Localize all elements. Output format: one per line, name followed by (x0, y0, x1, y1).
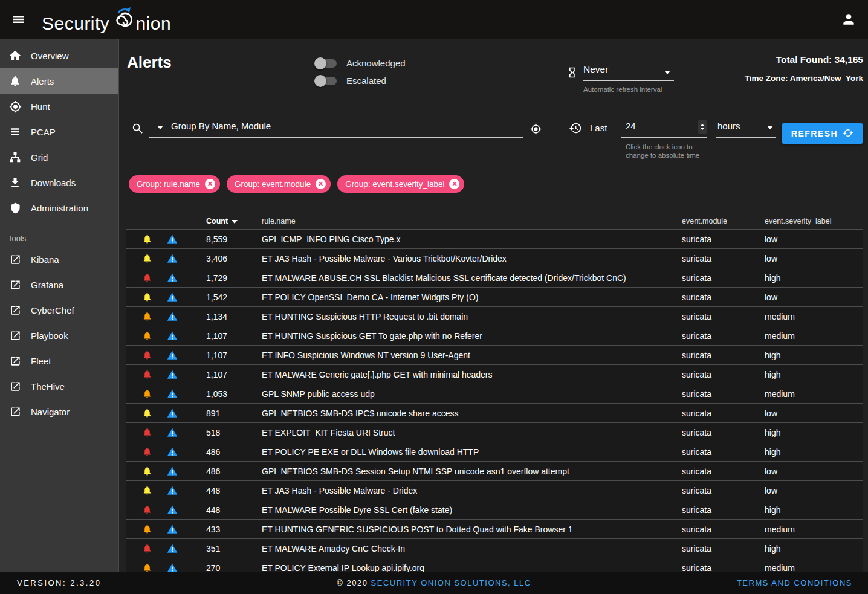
alert-row[interactable]: 3,406 ET JA3 Hash - Possible Malware - V… (126, 249, 863, 268)
refresh-interval-select[interactable]: Never (583, 64, 674, 81)
warning-triangle-icon[interactable] (167, 447, 178, 457)
number-stepper-icon[interactable] (698, 120, 707, 134)
alert-row[interactable]: 486 GPL NETBIOS SMB-DS Session Setup NTM… (126, 462, 863, 481)
group-chip[interactable]: Group: event.module ✕ (227, 175, 331, 193)
remove-chip-icon[interactable]: ✕ (205, 179, 215, 189)
group-chip[interactable]: Group: event.severity_label ✕ (337, 175, 464, 193)
severity-bell-icon[interactable] (141, 273, 152, 283)
time-range-amount-input[interactable]: 24 (621, 118, 707, 138)
alert-row[interactable]: 1,053 GPL SNMP public access udp suricat… (126, 384, 863, 404)
sidebar-item-grid[interactable]: Grid (0, 144, 118, 170)
warning-triangle-icon[interactable] (167, 350, 178, 361)
sidebar-item-label: Alerts (31, 76, 54, 86)
severity-bell-icon[interactable] (141, 524, 152, 535)
severity-bell-icon[interactable] (141, 369, 152, 380)
alert-row[interactable]: 351 ET MALWARE Amadey CnC Check-In suric… (126, 539, 863, 558)
warning-triangle-icon[interactable] (167, 253, 178, 264)
remove-chip-icon[interactable]: ✕ (316, 179, 326, 189)
warning-triangle-icon[interactable] (167, 369, 178, 380)
alert-row[interactable]: 1,107 ET INFO Suspicious Windows NT vers… (126, 346, 863, 365)
group-chip[interactable]: Group: rule.name ✕ (129, 175, 220, 193)
alert-event-module: suricata (677, 234, 760, 244)
sidebar-item-administration[interactable]: Administration (0, 195, 118, 221)
sidebar-tool-item[interactable]: TheHive (0, 373, 118, 399)
alert-row[interactable]: 518 ET EXPLOIT_KIT Fiesta URI Struct sur… (126, 423, 863, 442)
alert-row[interactable]: 8,559 GPL ICMP_INFO PING Cisco Type.x su… (126, 230, 863, 249)
severity-bell-icon[interactable] (141, 563, 152, 572)
alert-row[interactable]: 486 ET POLICY PE EXE or DLL Windows file… (126, 442, 863, 462)
menu-icon[interactable] (8, 8, 30, 30)
warning-triangle-icon[interactable] (167, 427, 178, 438)
sidebar-item-overview[interactable]: Overview (0, 43, 118, 68)
warning-triangle-icon[interactable] (167, 292, 178, 303)
sidebar-tool-item[interactable]: Grafana (0, 272, 118, 297)
column-header-event-module[interactable]: event.module (677, 217, 760, 225)
severity-bell-icon[interactable] (141, 253, 152, 264)
alert-row[interactable]: 1,107 ET MALWARE Generic gate[.].php GET… (126, 365, 863, 384)
alert-row[interactable]: 433 ET HUNTING GENERIC SUSPICIOUS POST t… (126, 520, 863, 539)
alert-row[interactable]: 448 ET MALWARE Possible Dyre SSL Cert (f… (126, 500, 863, 520)
severity-bell-icon[interactable] (141, 234, 152, 245)
alert-row[interactable]: 1,134 ET HUNTING Suspicious HTTP Request… (126, 307, 863, 326)
target-crosshair-icon[interactable] (530, 123, 542, 137)
warning-triangle-icon[interactable] (167, 524, 178, 535)
sidebar-item-hunt[interactable]: Hunt (0, 94, 118, 119)
severity-bell-icon[interactable] (141, 331, 152, 341)
sidebar-tool-item[interactable]: Navigator (0, 399, 118, 424)
refresh-interval-value: Never (583, 64, 608, 74)
alert-row[interactable]: 1,542 ET POLICY OpenSSL Demo CA - Intern… (126, 288, 863, 307)
alert-row[interactable]: 891 GPL NETBIOS SMB-DS IPC$ unicode shar… (126, 404, 863, 423)
severity-bell-icon[interactable] (141, 485, 152, 496)
warning-triangle-icon[interactable] (167, 331, 178, 341)
sidebar-tool-item[interactable]: Playbook (0, 323, 118, 348)
warning-triangle-icon[interactable] (167, 543, 178, 554)
severity-bell-icon[interactable] (141, 350, 152, 361)
column-header-severity-label[interactable]: event.severity_label (760, 217, 863, 225)
acknowledged-toggle[interactable]: Acknowledged (316, 54, 406, 72)
warning-triangle-icon[interactable] (167, 466, 178, 477)
severity-bell-icon[interactable] (141, 505, 152, 515)
sidebar-tool-item[interactable]: CyberChef (0, 297, 118, 323)
sidebar-tool-label: Navigator (31, 407, 70, 417)
sidebar-item-pcap[interactable]: PCAP (0, 119, 118, 144)
column-header-rule-name[interactable]: rule.name (257, 217, 677, 225)
severity-bell-icon[interactable] (141, 427, 152, 438)
severity-bell-icon[interactable] (141, 447, 152, 457)
alert-row[interactable]: 270 ET POLICY External IP Lookup api.ipi… (126, 558, 863, 572)
severity-bell-icon[interactable] (141, 389, 152, 399)
alert-event-module: suricata (677, 447, 760, 457)
refresh-button[interactable]: REFRESH (782, 123, 863, 144)
warning-triangle-icon[interactable] (167, 311, 178, 322)
remove-chip-icon[interactable]: ✕ (449, 179, 459, 189)
severity-bell-icon[interactable] (141, 466, 152, 477)
warning-triangle-icon[interactable] (167, 389, 178, 399)
severity-bell-icon[interactable] (141, 311, 152, 322)
severity-bell-icon[interactable] (141, 292, 152, 303)
user-account-icon[interactable] (838, 8, 860, 30)
alert-row[interactable]: 1,107 ET HUNTING Suspicious GET To gate.… (126, 326, 863, 346)
warning-triangle-icon[interactable] (167, 485, 178, 496)
alert-row[interactable]: 1,729 ET MALWARE ABUSE.CH SSL Blacklist … (126, 268, 863, 288)
warning-triangle-icon[interactable] (167, 408, 178, 419)
alert-row[interactable]: 448 ET JA3 Hash - Possible Malware - Dri… (126, 481, 863, 500)
toggle-switch-icon[interactable] (316, 77, 337, 85)
toggle-switch-icon[interactable] (316, 59, 337, 68)
warning-triangle-icon[interactable] (167, 234, 178, 245)
column-header-count[interactable]: Count (201, 217, 257, 225)
history-clock-icon[interactable] (569, 121, 582, 137)
time-zone: Time Zone: America/New_York (745, 74, 863, 83)
sidebar-tool-item[interactable]: Fleet (0, 348, 118, 373)
warning-triangle-icon[interactable] (167, 273, 178, 283)
warning-triangle-icon[interactable] (167, 505, 178, 515)
time-range-unit-select[interactable]: hours (716, 118, 776, 138)
escalated-toggle[interactable]: Escalated (316, 72, 406, 89)
sidebar-tool-item[interactable]: Kibana (0, 247, 118, 272)
warning-triangle-icon[interactable] (167, 563, 178, 572)
company-link[interactable]: SECURITY ONION SOLUTIONS, LLC (371, 578, 531, 587)
chevron-down-icon[interactable] (157, 126, 163, 129)
severity-bell-icon[interactable] (141, 543, 152, 554)
severity-bell-icon[interactable] (141, 408, 152, 419)
sidebar-item-alerts[interactable]: Alerts (0, 68, 118, 94)
sidebar-item-downloads[interactable]: Downloads (0, 170, 118, 195)
search-input[interactable]: Group By Name, Module (149, 118, 523, 138)
